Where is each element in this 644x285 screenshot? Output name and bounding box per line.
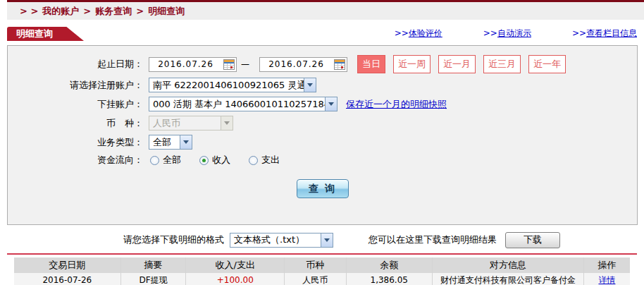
col-header-currency: 币种 [285,257,346,273]
business-type-label: 业务类型： [8,136,143,149]
col-header-date: 交易日期 [14,257,120,273]
breadcrumb-item-account-query[interactable]: 账务查询 [95,5,132,18]
start-date-value: 2016.07.26 [149,59,222,69]
breadcrumb-separator: > [136,6,144,16]
end-date-value: 2016.07.26 [260,59,333,69]
col-header-action: 操作 [583,257,630,273]
flow-direction-row: 资金流向： 全部 收入 支出 [8,154,637,166]
chevron-down-icon[interactable] [321,234,333,247]
flow-option-income[interactable]: 收入 [199,154,230,166]
chevron-down-icon[interactable] [304,78,316,92]
download-format-select[interactable]: 文本格式（.txt） [230,233,333,248]
register-account-select[interactable]: 南平 6222001406100921065 灵通卡 [149,78,316,92]
radio-checked-icon[interactable] [199,156,209,165]
register-account-label: 请选择注册账户： [8,79,143,92]
business-type-row: 业务类型： 全部 [8,135,637,150]
end-date-calendar-icon[interactable] [333,58,347,71]
tab-detail-query: 明细查询 [7,27,63,41]
quick-range-week-button[interactable]: 近一周 [393,55,431,73]
currency-row: 币 种： 人民币 [8,116,637,131]
date-range-row: 起止日期： 2016.07.26 — 2016.07.26 [8,55,637,73]
quick-range-quarter-button[interactable]: 近三月 [483,55,521,73]
sub-account-value: 000 活期 基本户 1406600101102571848 [149,98,325,111]
business-type-value: 全部 [149,136,180,149]
table-row: 2016-07-26 DF提现 +100.00 人民币 1,386.05 财付通… [14,273,630,285]
col-header-counterparty: 对方信息 [432,257,583,273]
transactions-table: 交易日期 摘要 收入/支出 币种 余额 对方信息 操作 2016-07-26 D… [14,257,630,285]
chevron-down-icon[interactable] [325,97,337,111]
breadcrumb: > > 我的账户 > 账务查询 > 明细查询 [7,2,644,20]
cell-summary: DF提现 [120,273,186,285]
register-account-row: 请选择注册账户： 南平 6222001406100921065 灵通卡 [8,78,637,92]
download-format-label: 请您选择下载明细的格式 [123,234,224,246]
currency-value: 人民币 [149,117,221,130]
flow-option-all[interactable]: 全部 [150,154,181,166]
register-account-value: 南平 6222001406100921065 灵通卡 [149,79,304,92]
cell-counterparty: 财付通支付科技有限公司客户备付金 [432,273,583,285]
col-header-summary: 摘要 [120,257,186,273]
download-row: 请您选择下载明细的格式 文本格式（.txt） 您可以在这里下载查询明细结果 下载 [7,231,637,248]
detail-link[interactable]: 详情 [598,275,615,285]
flow-option-all-label: 全部 [163,154,181,166]
col-header-amount: 收入/支出 [186,257,285,273]
chevron-down-icon[interactable] [180,135,192,149]
col-header-balance: 余额 [346,257,432,273]
breadcrumb-item-detail-query[interactable]: 明细查询 [148,5,185,18]
flow-direction-label: 资金流向： [8,154,143,166]
currency-label: 币 种： [8,117,143,130]
radio-unchecked-icon[interactable] [150,156,159,165]
end-date-input[interactable]: 2016.07.26 [259,57,347,72]
flow-option-expense-label: 支出 [261,154,280,166]
radio-unchecked-icon[interactable] [249,156,258,165]
link-view-column-info[interactable]: >>查看栏目信息 [572,28,637,40]
quick-range-year-button[interactable]: 近一年 [528,55,566,73]
save-snapshot-link[interactable]: 保存近一个月的明细快照 [346,98,447,111]
sub-account-row: 下挂账户： 000 活期 基本户 1406600101102571848 保存近… [8,97,637,111]
flow-direction-radio-group: 全部 收入 支出 [150,154,280,166]
start-date-input[interactable]: 2016.07.26 [149,57,237,72]
breadcrumb-item-my-account[interactable]: 我的账户 [42,5,79,18]
table-divider-line [7,253,637,255]
sub-account-label: 下挂账户： [8,98,143,111]
query-button[interactable]: 查 询 [297,179,349,198]
cell-action: 详情 [583,273,630,285]
flow-option-expense[interactable]: 支出 [249,154,280,166]
sub-account-select[interactable]: 000 活期 基本户 1406600101102571848 [149,97,338,111]
table-header-row: 交易日期 摘要 收入/支出 币种 余额 对方信息 操作 [14,257,630,273]
cell-currency: 人民币 [285,273,346,285]
link-experience-rating[interactable]: >>体验评价 [395,28,442,40]
download-button[interactable]: 下载 [505,232,560,248]
cell-date: 2016-07-26 [14,273,120,285]
cell-amount: +100.00 [186,273,285,285]
start-date-calendar-icon[interactable] [222,58,236,71]
link-auto-demo[interactable]: >>自动演示 [483,28,531,40]
download-hint-text: 您可以在这里下载查询明细结果 [369,234,497,246]
tab-row: 明细查询 >>体验评价 >>自动演示 >>查看栏目信息 [7,27,637,41]
download-format-value: 文本格式（.txt） [230,234,321,246]
date-range-label: 起止日期： [8,58,143,71]
query-button-row: 查 询 [8,179,637,198]
header-links: >>体验评价 >>自动演示 >>查看栏目信息 [354,28,637,41]
currency-select: 人民币 [149,116,233,131]
breadcrumb-separator: > [83,6,91,16]
business-type-select[interactable]: 全部 [149,135,192,150]
flow-option-income-label: 收入 [212,154,230,166]
chevron-down-icon [221,116,233,130]
date-range-dash: — [241,59,249,69]
quick-range-buttons: 当日 近一周 近一月 近三月 近一年 [357,55,566,73]
quick-range-month-button[interactable]: 近一月 [438,55,476,73]
cell-balance: 1,386.05 [346,273,432,285]
breadcrumb-prefix: > > [20,6,38,16]
quick-range-today-button[interactable]: 当日 [357,55,385,73]
query-form-panel: 起止日期： 2016.07.26 — 2016.07.26 [7,45,638,225]
